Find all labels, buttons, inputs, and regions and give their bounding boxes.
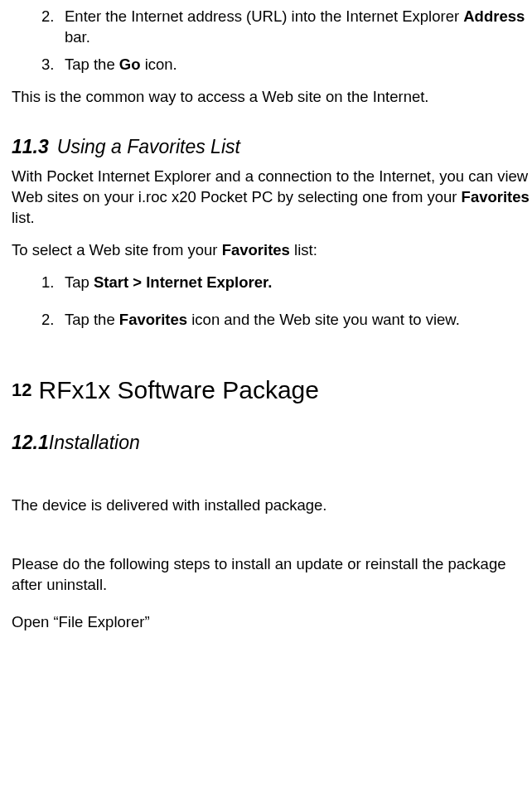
step-text: Tap the Go icon. bbox=[65, 55, 532, 75]
bold-fragment: Address bbox=[463, 7, 525, 25]
step-number: 1. bbox=[41, 273, 65, 293]
bold-fragment: Favorites bbox=[462, 188, 530, 205]
paragraph: Open “File Explorer” bbox=[12, 612, 532, 633]
bold-fragment: Favorites bbox=[119, 311, 187, 328]
ordered-step: 2. Enter the Internet address (URL) into… bbox=[12, 7, 532, 48]
bold-fragment: Favorites bbox=[222, 241, 290, 258]
text-fragment: icon and the Web site you want to view. bbox=[187, 311, 460, 328]
paragraph: Please do the following steps to install… bbox=[12, 554, 532, 596]
text-fragment: Enter the Internet address (URL) into th… bbox=[65, 7, 463, 25]
text-fragment: Tap bbox=[65, 273, 94, 291]
ordered-step: 2. Tap the Favorites icon and the Web si… bbox=[12, 310, 532, 331]
text-fragment: Tap the bbox=[65, 311, 119, 328]
section-title: RFx1x Software Package bbox=[38, 376, 318, 403]
bold-fragment: Go bbox=[119, 56, 141, 73]
text-fragment: icon. bbox=[141, 56, 177, 73]
paragraph: The device is delivered with installed p… bbox=[12, 495, 532, 516]
text-fragment: bar. bbox=[65, 28, 90, 46]
step-number: 3. bbox=[41, 55, 65, 75]
paragraph: With Pocket Internet Explorer and a conn… bbox=[12, 167, 532, 229]
section-heading-12-1: 12.1Installation bbox=[12, 430, 532, 456]
step-text: Enter the Internet address (URL) into th… bbox=[65, 7, 532, 48]
text-fragment: list. bbox=[12, 209, 35, 226]
step-text: Tap the Favorites icon and the Web site … bbox=[65, 310, 532, 331]
section-heading-12: 12RFx1x Software Package bbox=[12, 374, 532, 408]
section-number: 12 bbox=[12, 379, 31, 400]
section-title: Installation bbox=[49, 432, 140, 453]
section-number: 11.3 bbox=[12, 136, 49, 157]
bold-fragment: Start > Internet Explorer. bbox=[94, 273, 272, 291]
section-number: 12.1 bbox=[12, 432, 49, 453]
step-text: Tap Start > Internet Explorer. bbox=[65, 273, 532, 293]
paragraph: To select a Web site from your Favorites… bbox=[12, 240, 532, 261]
text-fragment: Tap the bbox=[65, 56, 119, 73]
section-heading-11-3: 11.3Using a Favorites List bbox=[12, 134, 532, 160]
section-title: Using a Favorites List bbox=[57, 136, 240, 157]
text-fragment: list: bbox=[290, 241, 317, 258]
step-number: 2. bbox=[41, 7, 65, 48]
ordered-step: 3. Tap the Go icon. bbox=[12, 55, 532, 75]
step-number: 2. bbox=[41, 310, 65, 331]
paragraph: This is the common way to access a Web s… bbox=[12, 87, 532, 108]
text-fragment: To select a Web site from your bbox=[12, 241, 222, 258]
ordered-step: 1. Tap Start > Internet Explorer. bbox=[12, 273, 532, 293]
text-fragment: With Pocket Internet Explorer and a conn… bbox=[12, 167, 528, 205]
